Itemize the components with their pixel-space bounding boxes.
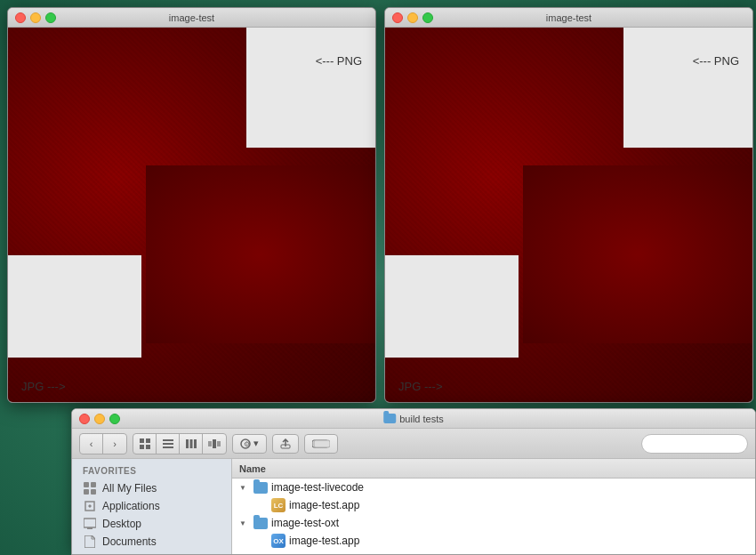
svg-rect-4 bbox=[163, 439, 173, 441]
jpg-rect-left bbox=[8, 255, 141, 358]
window-content-left: <--- PNG JPG ---> bbox=[8, 28, 375, 402]
mid-rect-right bbox=[523, 165, 752, 343]
jpg-label-left: JPG ---> bbox=[21, 380, 65, 393]
maximize-button-left[interactable] bbox=[45, 12, 56, 23]
desktop-label: Desktop bbox=[102, 518, 141, 530]
titlebar-left: image-test bbox=[8, 8, 375, 28]
search-wrapper: 🔍 bbox=[641, 434, 748, 454]
traffic-lights-right bbox=[392, 12, 433, 23]
svg-rect-21 bbox=[91, 489, 96, 495]
traffic-lights-left bbox=[15, 12, 56, 23]
view-buttons bbox=[133, 433, 227, 454]
all-my-files-label: All My Files bbox=[102, 482, 157, 495]
tag-button[interactable] bbox=[304, 434, 338, 454]
jpg-rect-right bbox=[385, 255, 519, 358]
svg-rect-8 bbox=[189, 439, 192, 448]
svg-rect-1 bbox=[146, 438, 150, 443]
livecode-app-name: image-test.app bbox=[289, 499, 359, 511]
share-button[interactable] bbox=[272, 434, 299, 454]
livecode-folder-name: image-test-livecode bbox=[271, 481, 364, 494]
svg-text:⚙: ⚙ bbox=[244, 440, 250, 448]
jpg-label-right: JPG ---> bbox=[398, 380, 442, 393]
sidebar-item-applications[interactable]: Applications bbox=[72, 497, 231, 515]
finder-toolbar: ‹ › bbox=[72, 429, 755, 459]
svg-rect-6 bbox=[163, 446, 173, 448]
svg-rect-22 bbox=[84, 519, 96, 527]
livecode-folder-icon bbox=[253, 482, 268, 494]
applications-icon bbox=[83, 499, 97, 513]
svg-rect-18 bbox=[84, 482, 89, 487]
column-view-button[interactable] bbox=[180, 434, 203, 454]
oxt-app-name: image-test.app bbox=[289, 535, 359, 547]
folder-row-livecode[interactable]: image-test-livecode bbox=[232, 479, 755, 496]
svg-rect-17 bbox=[314, 440, 330, 447]
livecode-app-icon: LC bbox=[271, 498, 286, 512]
folder-row-oxt[interactable]: image-test-oxt bbox=[232, 514, 755, 532]
file-list-header: Name bbox=[232, 459, 755, 479]
finder-minimize-button[interactable] bbox=[94, 414, 105, 424]
expand-oxt-arrow[interactable] bbox=[239, 519, 250, 527]
svg-rect-7 bbox=[186, 439, 189, 448]
svg-rect-19 bbox=[91, 482, 96, 487]
png-rect-left bbox=[246, 28, 375, 148]
svg-rect-0 bbox=[140, 438, 144, 443]
svg-rect-3 bbox=[146, 445, 150, 449]
finder-titlebar: build tests bbox=[72, 409, 755, 429]
finder-window: build tests ‹ › bbox=[71, 408, 756, 555]
finder-folder-icon bbox=[383, 414, 396, 423]
finder-maximize-button[interactable] bbox=[109, 414, 120, 424]
forward-button[interactable]: › bbox=[103, 434, 126, 454]
sidebar-item-documents[interactable]: Documents bbox=[72, 533, 231, 551]
png-rect-right bbox=[623, 28, 752, 148]
documents-icon bbox=[83, 535, 97, 549]
mid-rect-left bbox=[146, 165, 375, 343]
app-row-oxt[interactable]: ▶ OX image-test.app bbox=[250, 532, 755, 550]
svg-rect-12 bbox=[217, 441, 221, 446]
minimize-button-right[interactable] bbox=[407, 12, 418, 23]
finder-title-text: build tests bbox=[399, 414, 444, 424]
svg-rect-5 bbox=[163, 443, 173, 445]
all-my-files-icon bbox=[83, 481, 97, 495]
finder-close-button[interactable] bbox=[79, 414, 90, 424]
oxt-app-icon: OX bbox=[271, 534, 286, 548]
window-title-left: image-test bbox=[169, 12, 214, 23]
cover-flow-button[interactable] bbox=[203, 434, 226, 454]
window-content-right: <--- PNG JPG ---> bbox=[385, 28, 752, 402]
expand-livecode-arrow[interactable] bbox=[239, 484, 250, 492]
app-row-livecode[interactable]: ▶ LC image-test.app bbox=[250, 496, 755, 514]
image-window-right: image-test <--- PNG JPG ---> bbox=[384, 7, 753, 403]
svg-rect-23 bbox=[87, 527, 92, 529]
maximize-button-right[interactable] bbox=[422, 12, 433, 23]
png-label-right: <--- PNG bbox=[693, 54, 739, 68]
image-window-left: image-test <--- PNG JPG ---> bbox=[7, 7, 376, 403]
nav-buttons: ‹ › bbox=[79, 433, 127, 454]
close-button-right[interactable] bbox=[392, 12, 403, 23]
window-title-right: image-test bbox=[546, 12, 591, 23]
finder-body: FAVORITES All My Files bbox=[72, 459, 755, 555]
applications-label: Applications bbox=[102, 500, 160, 512]
file-list: Name image-test-livecode ▶ LC image-test… bbox=[232, 459, 755, 555]
titlebar-right: image-test bbox=[385, 8, 752, 28]
desktop: image-test <--- PNG JPG ---> image-test … bbox=[0, 0, 756, 555]
svg-rect-20 bbox=[84, 489, 89, 495]
documents-label: Documents bbox=[102, 535, 157, 548]
oxt-folder-name: image-test-oxt bbox=[271, 517, 339, 529]
action-button[interactable]: ⚙ ▾ bbox=[232, 434, 267, 454]
finder-traffic-lights bbox=[79, 414, 120, 424]
desktop-icon bbox=[83, 517, 97, 531]
back-button[interactable]: ‹ bbox=[80, 434, 103, 454]
svg-rect-2 bbox=[140, 445, 144, 449]
favorites-section-title: FAVORITES bbox=[72, 466, 231, 476]
svg-rect-10 bbox=[208, 441, 212, 446]
svg-rect-11 bbox=[213, 439, 216, 448]
action-chevron: ▾ bbox=[253, 438, 259, 449]
sidebar-item-desktop[interactable]: Desktop bbox=[72, 515, 231, 533]
search-input[interactable] bbox=[641, 434, 748, 454]
icon-view-button[interactable] bbox=[133, 434, 157, 454]
png-label-left: <--- PNG bbox=[316, 54, 362, 68]
close-button-left[interactable] bbox=[15, 12, 26, 23]
finder-sidebar: FAVORITES All My Files bbox=[72, 459, 232, 555]
sidebar-item-all-my-files[interactable]: All My Files bbox=[72, 479, 231, 497]
list-view-button[interactable] bbox=[157, 434, 180, 454]
minimize-button-left[interactable] bbox=[30, 12, 41, 23]
